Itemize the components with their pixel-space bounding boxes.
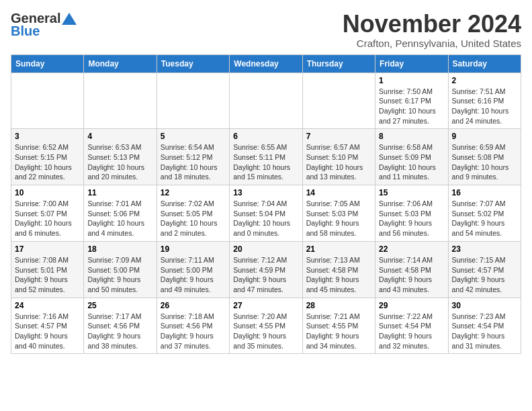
calendar-cell: 30Sunrise: 7:23 AM Sunset: 4:54 PM Dayli…	[448, 298, 521, 354]
day-number: 21	[306, 244, 371, 254]
calendar-cell: 24Sunrise: 7:16 AM Sunset: 4:57 PM Dayli…	[11, 298, 84, 354]
day-header-wednesday: Wednesday	[230, 54, 302, 73]
day-number: 20	[233, 244, 298, 254]
calendar-cell: 25Sunrise: 7:17 AM Sunset: 4:56 PM Dayli…	[84, 298, 157, 354]
day-number: 15	[379, 188, 444, 197]
day-info: Sunrise: 7:20 AM Sunset: 4:55 PM Dayligh…	[233, 312, 298, 351]
day-number: 30	[452, 301, 517, 310]
day-info: Sunrise: 7:22 AM Sunset: 4:54 PM Dayligh…	[379, 312, 444, 351]
calendar-cell: 1Sunrise: 7:50 AM Sunset: 6:17 PM Daylig…	[375, 73, 448, 129]
svg-marker-0	[62, 13, 77, 25]
calendar-cell: 29Sunrise: 7:22 AM Sunset: 4:54 PM Dayli…	[375, 298, 448, 354]
calendar-cell: 13Sunrise: 7:04 AM Sunset: 5:04 PM Dayli…	[230, 185, 302, 242]
day-info: Sunrise: 7:07 AM Sunset: 5:02 PM Dayligh…	[452, 199, 517, 238]
day-info: Sunrise: 7:05 AM Sunset: 5:03 PM Dayligh…	[306, 199, 371, 238]
calendar-cell: 4Sunrise: 6:53 AM Sunset: 5:13 PM Daylig…	[84, 129, 157, 185]
calendar-cell: 18Sunrise: 7:09 AM Sunset: 5:00 PM Dayli…	[84, 241, 157, 298]
calendar-cell	[302, 73, 375, 129]
calendar-cell: 17Sunrise: 7:08 AM Sunset: 5:01 PM Dayli…	[11, 241, 84, 298]
day-info: Sunrise: 7:06 AM Sunset: 5:03 PM Dayligh…	[379, 199, 444, 238]
day-info: Sunrise: 7:11 AM Sunset: 5:00 PM Dayligh…	[161, 255, 226, 295]
day-number: 23	[452, 244, 517, 254]
day-number: 2	[452, 76, 517, 85]
calendar-cell: 27Sunrise: 7:20 AM Sunset: 4:55 PM Dayli…	[230, 298, 302, 354]
day-info: Sunrise: 7:12 AM Sunset: 4:59 PM Dayligh…	[233, 255, 298, 295]
day-number: 14	[306, 188, 371, 197]
calendar-cell: 20Sunrise: 7:12 AM Sunset: 4:59 PM Dayli…	[230, 241, 302, 298]
day-number: 29	[379, 301, 444, 310]
calendar-cell: 7Sunrise: 6:57 AM Sunset: 5:10 PM Daylig…	[302, 129, 375, 185]
day-info: Sunrise: 6:54 AM Sunset: 5:12 PM Dayligh…	[161, 142, 226, 182]
day-info: Sunrise: 7:04 AM Sunset: 5:04 PM Dayligh…	[233, 199, 298, 238]
calendar-cell: 28Sunrise: 7:21 AM Sunset: 4:55 PM Dayli…	[302, 298, 375, 354]
day-info: Sunrise: 7:08 AM Sunset: 5:01 PM Dayligh…	[15, 255, 80, 295]
calendar-cell	[157, 73, 229, 129]
day-number: 11	[87, 188, 152, 197]
calendar-cell: 6Sunrise: 6:55 AM Sunset: 5:11 PM Daylig…	[230, 129, 302, 185]
day-info: Sunrise: 7:50 AM Sunset: 6:17 PM Dayligh…	[379, 87, 444, 126]
day-number: 13	[233, 188, 298, 197]
month-title: November 2024	[343, 11, 521, 38]
day-info: Sunrise: 7:15 AM Sunset: 4:57 PM Dayligh…	[452, 255, 517, 295]
day-info: Sunrise: 7:09 AM Sunset: 5:00 PM Dayligh…	[87, 255, 152, 295]
day-number: 1	[379, 76, 444, 85]
day-info: Sunrise: 7:16 AM Sunset: 4:57 PM Dayligh…	[15, 312, 80, 351]
day-number: 27	[233, 301, 298, 310]
calendar-cell: 11Sunrise: 7:01 AM Sunset: 5:06 PM Dayli…	[84, 185, 157, 242]
day-number: 8	[379, 132, 444, 141]
day-info: Sunrise: 7:02 AM Sunset: 5:05 PM Dayligh…	[161, 199, 226, 238]
week-row-3: 10Sunrise: 7:00 AM Sunset: 5:07 PM Dayli…	[11, 185, 521, 242]
day-header-monday: Monday	[84, 54, 157, 73]
title-area: November 2024 Crafton, Pennsylvania, Uni…	[343, 11, 521, 49]
calendar-cell: 5Sunrise: 6:54 AM Sunset: 5:12 PM Daylig…	[157, 129, 229, 185]
week-row-4: 17Sunrise: 7:08 AM Sunset: 5:01 PM Dayli…	[11, 241, 521, 298]
calendar-cell: 23Sunrise: 7:15 AM Sunset: 4:57 PM Dayli…	[448, 241, 521, 298]
calendar-cell: 14Sunrise: 7:05 AM Sunset: 5:03 PM Dayli…	[302, 185, 375, 242]
calendar-cell: 9Sunrise: 6:59 AM Sunset: 5:08 PM Daylig…	[448, 129, 521, 185]
calendar-cell	[84, 73, 157, 129]
logo: General Blue	[11, 11, 77, 39]
day-info: Sunrise: 7:17 AM Sunset: 4:56 PM Dayligh…	[87, 312, 152, 351]
day-header-tuesday: Tuesday	[157, 54, 229, 73]
day-info: Sunrise: 7:51 AM Sunset: 6:16 PM Dayligh…	[452, 87, 517, 126]
day-info: Sunrise: 6:59 AM Sunset: 5:08 PM Dayligh…	[452, 142, 517, 182]
day-info: Sunrise: 6:57 AM Sunset: 5:10 PM Dayligh…	[306, 142, 371, 182]
day-number: 17	[15, 244, 80, 254]
header-row: SundayMondayTuesdayWednesdayThursdayFrid…	[11, 54, 521, 73]
day-info: Sunrise: 6:53 AM Sunset: 5:13 PM Dayligh…	[87, 142, 152, 182]
calendar-cell: 8Sunrise: 6:58 AM Sunset: 5:09 PM Daylig…	[375, 129, 448, 185]
day-number: 9	[452, 132, 517, 141]
calendar-cell: 12Sunrise: 7:02 AM Sunset: 5:05 PM Dayli…	[157, 185, 229, 242]
day-info: Sunrise: 7:00 AM Sunset: 5:07 PM Dayligh…	[15, 199, 80, 238]
day-info: Sunrise: 7:23 AM Sunset: 4:54 PM Dayligh…	[452, 312, 517, 351]
week-row-5: 24Sunrise: 7:16 AM Sunset: 4:57 PM Dayli…	[11, 298, 521, 354]
calendar-cell: 16Sunrise: 7:07 AM Sunset: 5:02 PM Dayli…	[448, 185, 521, 242]
day-number: 24	[15, 301, 80, 310]
location: Crafton, Pennsylvania, United States	[343, 38, 521, 49]
calendar-cell	[11, 73, 84, 129]
day-number: 28	[306, 301, 371, 310]
calendar-table: SundayMondayTuesdayWednesdayThursdayFrid…	[11, 54, 521, 355]
day-number: 5	[161, 132, 226, 141]
day-number: 12	[161, 188, 226, 197]
day-info: Sunrise: 7:13 AM Sunset: 4:58 PM Dayligh…	[306, 255, 371, 295]
day-header-saturday: Saturday	[448, 54, 521, 73]
day-info: Sunrise: 6:58 AM Sunset: 5:09 PM Dayligh…	[379, 142, 444, 182]
week-row-1: 1Sunrise: 7:50 AM Sunset: 6:17 PM Daylig…	[11, 73, 521, 129]
day-header-thursday: Thursday	[302, 54, 375, 73]
day-info: Sunrise: 7:01 AM Sunset: 5:06 PM Dayligh…	[87, 199, 152, 238]
calendar-cell: 26Sunrise: 7:18 AM Sunset: 4:56 PM Dayli…	[157, 298, 229, 354]
day-number: 26	[161, 301, 226, 310]
day-number: 25	[87, 301, 152, 310]
day-number: 16	[452, 188, 517, 197]
calendar-cell: 21Sunrise: 7:13 AM Sunset: 4:58 PM Dayli…	[302, 241, 375, 298]
day-info: Sunrise: 7:14 AM Sunset: 4:58 PM Dayligh…	[379, 255, 444, 295]
calendar-cell	[230, 73, 302, 129]
day-info: Sunrise: 6:55 AM Sunset: 5:11 PM Dayligh…	[233, 142, 298, 182]
day-number: 6	[233, 132, 298, 141]
day-number: 10	[15, 188, 80, 197]
day-header-friday: Friday	[375, 54, 448, 73]
day-number: 18	[87, 244, 152, 254]
day-number: 4	[87, 132, 152, 141]
calendar-cell: 2Sunrise: 7:51 AM Sunset: 6:16 PM Daylig…	[448, 73, 521, 129]
